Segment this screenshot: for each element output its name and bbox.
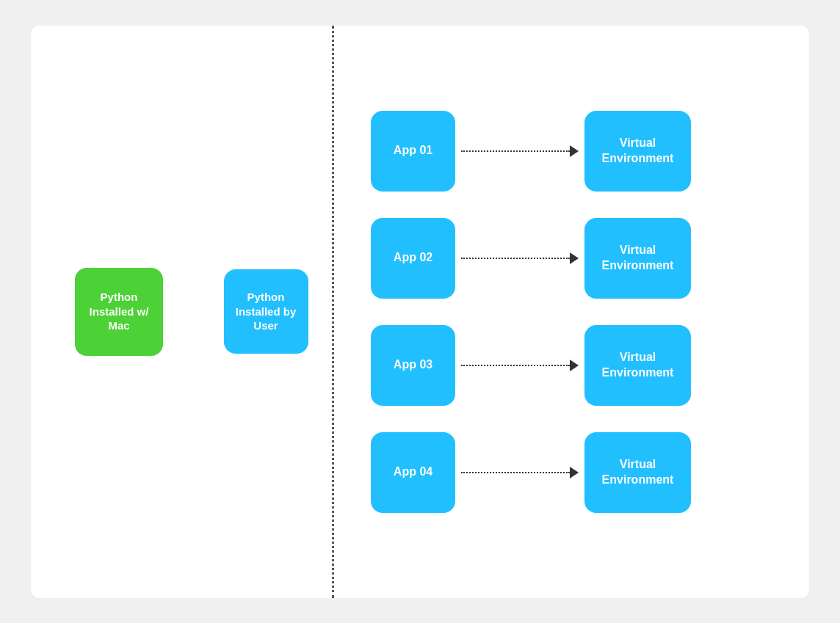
app-03-node: App 03 bbox=[371, 325, 455, 406]
venv-02-label: Virtual Environment bbox=[592, 243, 684, 274]
left-section: Python Installed w/ Mac bbox=[31, 26, 207, 598]
arrow-3 bbox=[461, 360, 579, 371]
app-04-node: App 04 bbox=[371, 432, 455, 513]
venv-01-node: Virtual Environment bbox=[584, 111, 691, 192]
dotted-line-4 bbox=[461, 472, 570, 473]
app-03-label: App 03 bbox=[394, 357, 432, 373]
venv-03-label: Virtual Environment bbox=[592, 350, 684, 381]
python-user-node: Python Installed by User bbox=[224, 269, 308, 354]
arrow-head-4 bbox=[570, 467, 579, 478]
vertical-divider bbox=[332, 26, 334, 598]
dotted-line-2 bbox=[461, 258, 570, 259]
app-row-1: App 01 Virtual Environment bbox=[371, 111, 691, 192]
app-row-4: App 04 Virtual Environment bbox=[371, 432, 691, 513]
app-04-label: App 04 bbox=[394, 464, 432, 480]
venv-04-node: Virtual Environment bbox=[584, 432, 691, 513]
arrow-head-1 bbox=[570, 145, 579, 157]
dotted-line-1 bbox=[461, 150, 570, 152]
app-02-label: App 02 bbox=[394, 250, 432, 266]
python-user-label: Python Installed by User bbox=[231, 290, 301, 333]
venv-01-label: Virtual Environment bbox=[592, 136, 684, 167]
dotted-line-3 bbox=[461, 365, 570, 366]
arrow-4 bbox=[461, 467, 579, 478]
app-row-3: App 03 Virtual Environment bbox=[371, 325, 691, 406]
app-01-node: App 01 bbox=[371, 111, 455, 192]
app-row-2: App 02 Virtual Environment bbox=[371, 218, 691, 299]
app-02-node: App 02 bbox=[371, 218, 455, 299]
venv-04-label: Virtual Environment bbox=[592, 457, 684, 488]
arrow-2 bbox=[461, 252, 579, 264]
arrow-head-2 bbox=[570, 252, 579, 264]
right-section: App 01 Virtual Environment App 02 Virtua… bbox=[341, 26, 809, 598]
python-mac-label: Python Installed w/ Mac bbox=[82, 290, 156, 333]
python-mac-node: Python Installed w/ Mac bbox=[75, 268, 163, 356]
middle-section: Python Installed by User bbox=[207, 26, 325, 598]
venv-03-node: Virtual Environment bbox=[584, 325, 691, 406]
venv-02-node: Virtual Environment bbox=[584, 218, 691, 299]
diagram-canvas: Python Installed w/ Mac Python Installed… bbox=[31, 26, 809, 598]
arrow-1 bbox=[461, 145, 579, 157]
arrow-head-3 bbox=[570, 360, 579, 371]
app-01-label: App 01 bbox=[394, 143, 432, 159]
